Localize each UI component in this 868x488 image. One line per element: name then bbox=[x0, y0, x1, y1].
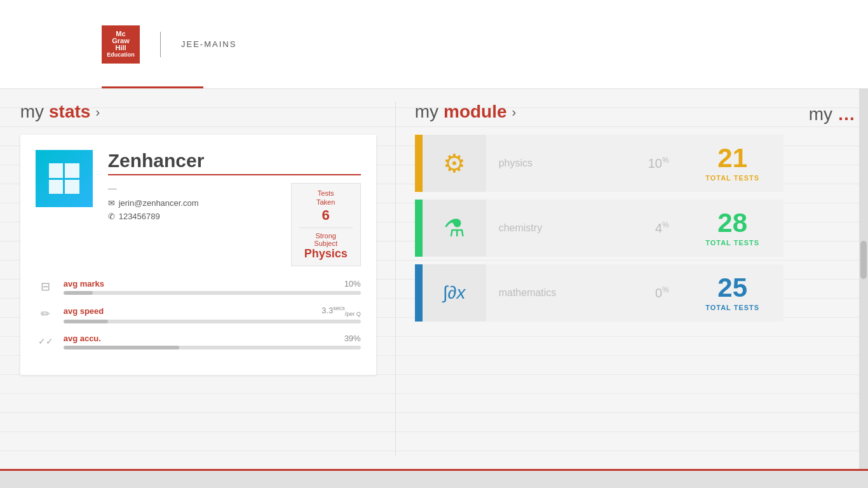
windows-pane-bl bbox=[49, 180, 64, 194]
avg-speed-label: avg speed bbox=[64, 306, 104, 316]
mathematics-total-label: TOTAL TESTS bbox=[692, 304, 773, 311]
avg-accu-bar-bg bbox=[64, 346, 361, 349]
mathematics-percent: 0% bbox=[655, 285, 682, 301]
strong-subject-label: StrongSubject bbox=[299, 232, 353, 247]
avg-speed-value: 3.3secs/per Q bbox=[322, 305, 361, 317]
right-panel-hint: my … bbox=[796, 102, 868, 456]
avg-marks-value: 10% bbox=[344, 279, 361, 288]
avg-marks-row: ⊟ avg marks 10% bbox=[36, 279, 361, 295]
logo-subtitle: JEE-MAINS bbox=[181, 39, 236, 49]
windows-icon bbox=[49, 163, 79, 194]
physics-icon: ⚙ bbox=[443, 149, 466, 178]
chemistry-icon-area: ⚗ bbox=[423, 200, 486, 257]
module-my-label: my bbox=[415, 102, 438, 122]
avg-marks-info: avg marks 10% bbox=[64, 279, 361, 295]
mathematics-subject-name: mathematics bbox=[486, 287, 655, 299]
stats-bold-label: stats bbox=[49, 102, 90, 122]
profile-right: Zenhancer — ✉ jerin@zenhancer.com ✆ bbox=[108, 150, 361, 266]
avg-speed-bar-bg bbox=[64, 320, 361, 323]
profile-dash: — bbox=[108, 183, 283, 193]
physics-color-bar bbox=[415, 135, 423, 192]
right-section-title: my … bbox=[809, 104, 855, 125]
phone-icon: ✆ bbox=[108, 212, 115, 221]
stats-arrow-icon[interactable]: › bbox=[95, 105, 100, 119]
avg-marks-label: avg marks bbox=[64, 279, 104, 288]
physics-total-label: TOTAL TESTS bbox=[692, 174, 773, 182]
right-my-label: my bbox=[809, 104, 832, 125]
windows-pane-br bbox=[65, 180, 79, 194]
physics-total-area: 21 TOTAL TESTS bbox=[682, 135, 783, 192]
logo-block: Mc Graw Hill Education JEE-MAINS bbox=[102, 25, 236, 64]
profile-top: Zenhancer — ✉ jerin@zenhancer.com ✆ bbox=[36, 150, 361, 266]
mathematics-module-card[interactable]: ∫∂x mathematics 0% 25 TOTAL TESTS bbox=[415, 264, 783, 322]
profile-email: ✉ jerin@zenhancer.com bbox=[108, 198, 283, 208]
chemistry-icon: ⚗ bbox=[444, 214, 465, 242]
mathematics-color-bar bbox=[415, 264, 423, 322]
avg-marks-bar-fill bbox=[64, 291, 93, 295]
avg-speed-header: avg speed 3.3secs/per Q bbox=[64, 305, 361, 317]
logo-divider bbox=[160, 32, 161, 57]
avg-accu-icon: ✓✓ bbox=[36, 336, 56, 346]
logo-graw: Graw bbox=[112, 37, 130, 44]
avg-marks-icon: ⊟ bbox=[36, 280, 56, 294]
avg-accu-label: avg accu. bbox=[64, 334, 101, 343]
profile-phone: ✆ 123456789 bbox=[108, 212, 283, 221]
bottom-bar bbox=[0, 469, 868, 488]
avg-marks-header: avg marks 10% bbox=[64, 279, 361, 288]
stats-section: my stats › bbox=[8, 102, 389, 456]
logo-edu: Education bbox=[107, 51, 135, 58]
avg-speed-icon: ✏ bbox=[36, 307, 56, 321]
profile-stats-row: — ✉ jerin@zenhancer.com ✆ 123456789 bbox=[108, 183, 361, 266]
strong-subject-value: Physics bbox=[299, 247, 353, 261]
avg-accu-row: ✓✓ avg accu. 39% bbox=[36, 334, 361, 349]
content-area: my stats › bbox=[0, 89, 868, 469]
email-icon: ✉ bbox=[108, 198, 115, 208]
metrics-section: ⊟ avg marks 10% ✏ bbox=[36, 279, 361, 349]
chemistry-total-label: TOTAL TESTS bbox=[692, 239, 773, 247]
physics-subject-name: physics bbox=[486, 158, 648, 169]
chemistry-module-card[interactable]: ⚗ chemistry 4% 28 TOTAL TESTS bbox=[415, 200, 783, 257]
mathematics-icon: ∫∂x bbox=[443, 283, 466, 303]
pencils-decoration bbox=[0, 89, 8, 469]
physics-total-number: 21 bbox=[692, 145, 773, 172]
module-arrow-icon[interactable]: › bbox=[512, 105, 517, 119]
avg-speed-info: avg speed 3.3secs/per Q bbox=[64, 305, 361, 323]
email-value: jerin@zenhancer.com bbox=[119, 198, 199, 208]
chemistry-percent: 4% bbox=[655, 220, 682, 236]
profile-info-col: — ✉ jerin@zenhancer.com ✆ 123456789 bbox=[108, 183, 283, 221]
module-section: my module › ⚙ physics 10% 21 TOTAL TESTS bbox=[402, 102, 796, 456]
main-content: my stats › bbox=[8, 89, 868, 469]
logo-hill: Hill bbox=[115, 44, 126, 51]
avg-speed-row: ✏ avg speed 3.3secs/per Q bbox=[36, 305, 361, 323]
avg-speed-bar-fill bbox=[64, 320, 108, 323]
module-section-title: my module › bbox=[415, 102, 783, 122]
header: Mc Graw Hill Education JEE-MAINS bbox=[0, 0, 868, 89]
profile-name: Zenhancer bbox=[108, 150, 361, 175]
physics-module-card[interactable]: ⚙ physics 10% 21 TOTAL TESTS bbox=[415, 135, 783, 192]
chemistry-color-bar bbox=[415, 200, 423, 257]
physics-percent: 10% bbox=[648, 156, 682, 171]
stats-my-label: my bbox=[20, 102, 44, 122]
windows-pane-tr bbox=[65, 163, 79, 178]
windows-pane-tl bbox=[49, 163, 64, 178]
right-bold-label: … bbox=[837, 104, 855, 125]
physics-icon-area: ⚙ bbox=[423, 135, 486, 192]
phone-value: 123456789 bbox=[119, 212, 160, 221]
avg-accu-value: 39% bbox=[344, 334, 361, 343]
avg-accu-info: avg accu. 39% bbox=[64, 334, 361, 349]
tests-taken-label: TestsTaken bbox=[299, 189, 353, 207]
header-underline bbox=[102, 86, 203, 88]
tests-taken-value: 6 bbox=[299, 207, 353, 224]
logo-image: Mc Graw Hill Education bbox=[102, 25, 140, 64]
chemistry-subject-name: chemistry bbox=[486, 222, 655, 234]
scrollbar[interactable] bbox=[859, 89, 868, 469]
avg-marks-bar-bg bbox=[64, 291, 361, 295]
chemistry-total-area: 28 TOTAL TESTS bbox=[682, 200, 783, 257]
section-divider bbox=[395, 102, 396, 456]
scrollbar-thumb[interactable] bbox=[860, 241, 867, 279]
stats-section-title: my stats › bbox=[20, 102, 376, 122]
avatar bbox=[36, 150, 93, 207]
mathematics-total-number: 25 bbox=[692, 274, 773, 301]
mathematics-icon-area: ∫∂x bbox=[423, 264, 486, 322]
mathematics-total-area: 25 TOTAL TESTS bbox=[682, 264, 783, 322]
